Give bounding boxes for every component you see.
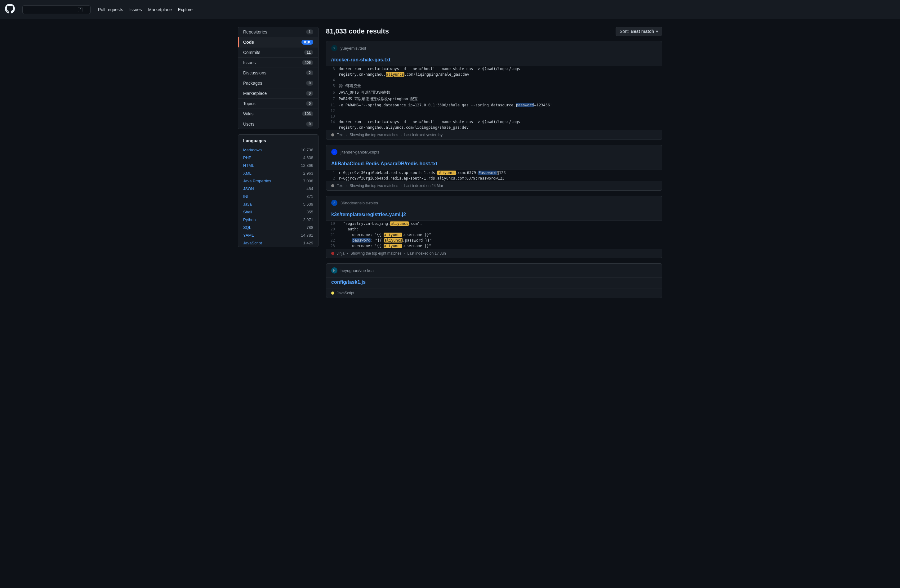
- lang-name: Shell: [243, 209, 252, 214]
- sidebar-item-marketplace[interactable]: Marketplace0: [238, 88, 318, 99]
- lang-item-markdown[interactable]: Markdown10,736: [238, 146, 318, 154]
- languages-section: Languages Markdown10,736PHP4,638HTML12,3…: [238, 134, 318, 247]
- sidebar-item-wikis[interactable]: Wikis103: [238, 109, 318, 119]
- sidebar-label-code: Code: [243, 40, 254, 45]
- lang-color-dot: [331, 292, 334, 295]
- code-line-content: registry.cn-hangzhou.aliyuncs.com/liqing…: [339, 125, 473, 130]
- sidebar-item-issues[interactable]: Issues406: [238, 58, 318, 68]
- line-number: 2: [326, 175, 339, 181]
- line-number: 13: [326, 113, 339, 119]
- sidebar-item-topics[interactable]: Topics0: [238, 99, 318, 109]
- result-footer: Text·Showing the top two matches·Last in…: [326, 181, 662, 191]
- lang-item-html[interactable]: HTML12,366: [238, 161, 318, 169]
- sidebar-badge-code: 81K: [301, 40, 313, 45]
- file-path-link[interactable]: /docker-run-shale-gas.txt: [326, 55, 662, 66]
- navbar: aliyuncs password / Pull requests Issues…: [0, 0, 900, 19]
- separator: ·: [347, 251, 348, 256]
- nav-explore[interactable]: Explore: [178, 7, 192, 12]
- sidebar-item-code[interactable]: Code81K: [238, 37, 318, 47]
- lang-name: Markdown: [243, 147, 262, 152]
- code-line: registry.cn-hangzhou.aliyuncs.com/liqing…: [326, 71, 662, 77]
- github-logo-icon[interactable]: [5, 4, 15, 16]
- code-block: 3docker run --restart=always -d --net='h…: [326, 66, 662, 130]
- code-line: 7PARAMS 可以动态指定或修改springboot配置: [326, 96, 662, 102]
- code-line: 14docker run --restart=always -d --net='…: [326, 119, 662, 125]
- code-line-content: "registry.cn-beijing.aliyuncs.com":: [339, 221, 427, 227]
- nav-issues[interactable]: Issues: [129, 7, 142, 12]
- highlight-term-aliyuncs: aliyuncs: [383, 233, 402, 237]
- sidebar-item-users[interactable]: Users0: [238, 119, 318, 129]
- repo-avatar-1: J: [331, 149, 337, 155]
- page-layout: Repositories1Code81KCommits11Issues406Di…: [233, 19, 667, 310]
- code-line-content: docker run --restart=always -d --net='ho…: [339, 119, 525, 125]
- code-line-content: docker run --restart=always -d --net='ho…: [339, 66, 525, 71]
- lang-item-python[interactable]: Python2,971: [238, 216, 318, 223]
- lang-name: INI: [243, 194, 248, 199]
- result-card-2: Jjitender-gahlot/ScriptsAliBabaCloud-Red…: [326, 145, 662, 191]
- match-info: Showing the top two matches: [349, 184, 398, 188]
- indexed-date: Last indexed on 24 Mar: [404, 184, 443, 188]
- sort-button[interactable]: Sort: Best match ▾: [616, 27, 662, 36]
- sidebar-badge-users: 0: [306, 121, 313, 127]
- sidebar-item-packages[interactable]: Packages0: [238, 78, 318, 88]
- lang-count: 871: [306, 194, 313, 199]
- code-line: 3docker run --restart=always -d --net='h…: [326, 66, 662, 71]
- sidebar-badge-packages: 0: [306, 81, 313, 85]
- lang-item-yaml[interactable]: YAML14,781: [238, 231, 318, 239]
- sidebar-item-discussions[interactable]: Discussions2: [238, 68, 318, 78]
- sidebar-item-repositories[interactable]: Repositories1: [238, 27, 318, 37]
- file-path-link[interactable]: k3s/templates/registries.yaml.j2: [326, 210, 662, 221]
- nav-pull-requests[interactable]: Pull requests: [98, 7, 123, 12]
- result-card-header: Hheyuguan/vue-koa: [326, 264, 662, 278]
- code-block: 19 "registry.cn-beijing.aliyuncs.com":20…: [326, 221, 662, 249]
- result-footer: Text·Showing the top two matches·Last in…: [326, 130, 662, 140]
- nav-links: Pull requests Issues Marketplace Explore: [98, 7, 192, 12]
- line-number: 14: [326, 119, 339, 125]
- sort-value: Best match: [631, 29, 654, 34]
- results-header: 81,033 code results Sort: Best match ▾: [326, 27, 662, 36]
- lang-item-php[interactable]: PHP4,638: [238, 154, 318, 161]
- repo-name: yueyemisi/test: [340, 46, 366, 51]
- lang-item-json[interactable]: JSON484: [238, 185, 318, 192]
- highlight-term-password: Password: [478, 171, 497, 175]
- lang-item-javascript[interactable]: JavaScript1,429: [238, 239, 318, 247]
- file-path-link[interactable]: AliBabaCloud-Redis-ApsaraDB/redis-host.t…: [326, 159, 662, 170]
- lang-count: 484: [306, 186, 313, 191]
- lang-item-shell[interactable]: Shell355: [238, 208, 318, 216]
- code-line-content: username: "{{ aliyuncs.username }}": [339, 243, 436, 249]
- sidebar-label-issues: Issues: [243, 60, 256, 65]
- separator2: ·: [401, 133, 402, 137]
- lang-item-java[interactable]: Java5,639: [238, 200, 318, 208]
- search-input[interactable]: aliyuncs password: [26, 7, 75, 12]
- lang-item-xml[interactable]: XML2,963: [238, 169, 318, 177]
- lang-item-sql[interactable]: SQL788: [238, 223, 318, 231]
- separator: ·: [346, 184, 347, 188]
- sidebar-label-marketplace: Marketplace: [243, 91, 267, 96]
- code-line-content: auth:: [339, 227, 364, 232]
- lang-count: 2,971: [303, 217, 313, 222]
- lang-count: 355: [306, 209, 313, 214]
- repo-avatar-3: H: [331, 267, 337, 273]
- lang-name: Java Properties: [243, 178, 271, 183]
- code-line-content: r-6gjrc9vf30rgi6bb4apd.redis.ap-south-1.…: [339, 175, 509, 181]
- separator: ·: [346, 133, 347, 137]
- nav-marketplace[interactable]: Marketplace: [148, 7, 172, 12]
- code-line: 22 password: "{{ aliyuncs.password }}": [326, 237, 662, 243]
- highlight-term-password: password: [352, 238, 371, 242]
- lang-item-java-properties[interactable]: Java Properties7,008: [238, 177, 318, 185]
- lang-label: JavaScript: [337, 291, 354, 295]
- indexed-date: Last indexed yesterday: [404, 133, 442, 137]
- code-line: 4: [326, 77, 662, 83]
- line-number: 3: [326, 66, 339, 71]
- code-line-content: 其中环境变量: [339, 83, 366, 89]
- sidebar-item-commits[interactable]: Commits11: [238, 47, 318, 58]
- file-path-link[interactable]: config/task1.js: [326, 278, 662, 289]
- search-bar[interactable]: aliyuncs password /: [22, 5, 90, 14]
- repo-avatar-0: Y: [331, 45, 337, 51]
- code-line: 19 "registry.cn-beijing.aliyuncs.com":: [326, 221, 662, 227]
- line-number: 22: [326, 237, 339, 243]
- sidebar-badge-commits: 11: [304, 50, 313, 55]
- lang-item-ini[interactable]: INI871: [238, 192, 318, 200]
- lang-name: YAML: [243, 233, 254, 237]
- repo-name: jitender-gahlot/Scripts: [340, 150, 380, 154]
